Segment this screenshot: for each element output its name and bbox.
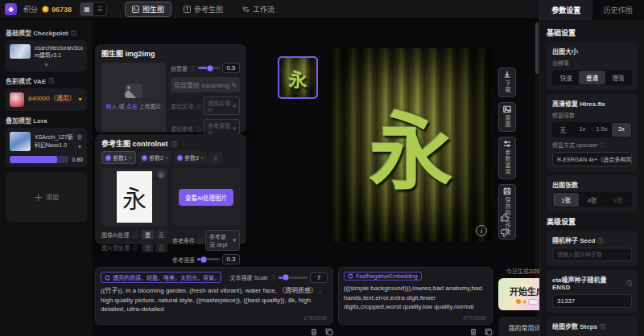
copy-icon[interactable] <box>325 328 333 336</box>
upscaler-select[interactable]: R-ESRGAN 4x+（适合多种风▾ <box>552 152 632 166</box>
basic-settings-header: 基础设置 <box>547 27 638 38</box>
chevron-down-icon[interactable]: ▼ <box>77 96 83 102</box>
upscaler-label: 修复方式 upscaler ⓘ <box>552 141 632 149</box>
creativity-slider[interactable] <box>198 67 220 69</box>
redraw-area-select[interactable]: 选择区域 In▾ <box>204 96 240 115</box>
resolution-normal[interactable]: 普通 <box>579 71 605 84</box>
original-image-button[interactable]: 原图 <box>498 102 516 132</box>
hires-fix-card: 高清修复 Hires.fix 修复倍数 无 1x 1.5x 2x 修复方式 up… <box>547 94 638 171</box>
chevron-down-icon[interactable]: ▼ <box>77 144 83 150</box>
image-info-icon[interactable]: i <box>476 225 487 236</box>
save-icon <box>503 187 511 195</box>
ensd-input[interactable] <box>552 294 632 308</box>
tab-label: 工作流 <box>253 4 275 14</box>
seed-input[interactable] <box>552 248 632 261</box>
lora-card[interactable]: XSArchi_127新科幻Neov1.0 🗑 ▼ 0.80 <box>6 128 87 167</box>
info-icon: ⓘ <box>71 29 76 37</box>
trash-icon[interactable]: 🗑 <box>76 133 83 141</box>
ref-condition-select[interactable]: 参考景深 dept▾ <box>205 230 240 251</box>
positive-prompt-tag[interactable]: 透亮的质感，轻盈，唯美，太阳光，背景，动作，最佳质量 <box>101 272 221 283</box>
batch-segmented: 1张 4张 9张 <box>552 192 632 207</box>
tab-workflow[interactable]: 工作流 <box>235 2 282 17</box>
upscale-multiplier-label: 修复倍数 <box>552 111 632 119</box>
info-icon: ⓘ <box>597 236 603 244</box>
check-dot-icon: ✓ <box>177 155 183 161</box>
coin-icon <box>516 299 521 304</box>
upload-click-link[interactable]: 点击 <box>126 104 137 109</box>
batch-count-card: 出图张数 1张 4张 9张 <box>547 175 638 212</box>
checkpoint-card[interactable]: xsarchitecturalv3com建筑v3.1 ▼ <box>6 40 87 72</box>
close-icon[interactable]: × <box>129 155 132 161</box>
creativity-value: 0.5 <box>222 63 240 73</box>
positive-prompt-box[interactable]: 透亮的质感，轻盈，唯美，太阳光，背景，动作，最佳质量 文本强度 Scale ⓘ … <box>95 267 333 325</box>
upscale-2x[interactable]: 2x <box>612 123 631 137</box>
info-icon: ⓘ <box>600 322 605 330</box>
ref-strength-slider[interactable] <box>197 258 220 260</box>
info-icon: ⓘ <box>626 279 632 287</box>
vae-card[interactable]: 840000（通用） ▼ <box>6 88 87 111</box>
controlnet-tab-1[interactable]: ✓ 参数1 × <box>101 151 136 164</box>
ai-process-no-button[interactable]: 否 <box>155 230 167 240</box>
redraw-ref-label: 重绘参考 <box>171 125 193 133</box>
download-button[interactable]: 下载 <box>498 68 516 97</box>
resolution-label: 分辨率 <box>552 59 632 67</box>
chevron-down-icon[interactable]: ▼ <box>10 62 83 68</box>
resolution-fast[interactable]: 快速 <box>553 71 579 84</box>
upscale-1x[interactable]: 1x <box>572 123 592 137</box>
close-icon[interactable]: × <box>165 155 168 161</box>
controlnet-tab-2[interactable]: ✓ 参数2 × <box>138 151 171 164</box>
controlnet-tab-3[interactable]: ✓ 参数3 × <box>174 151 207 164</box>
trash-icon[interactable] <box>469 328 477 336</box>
chevron-down-icon: ▾ <box>233 125 236 132</box>
upscale-1-5x[interactable]: 1.5x <box>592 123 612 137</box>
target-icon[interactable]: ◎ <box>157 170 165 178</box>
resolution-enhanced[interactable]: 增强 <box>605 71 631 84</box>
resolution-segmented: 快速 普通 增强 <box>552 70 632 85</box>
upscale-segmented: 无 1x 1.5x 2x <box>552 122 632 137</box>
info-icon: ⓘ <box>270 273 276 281</box>
list-view-icon[interactable]: ☰ <box>93 3 106 15</box>
tab-img2img[interactable]: 图生图 <box>125 2 171 17</box>
negative-prompt-tag[interactable]: FastNegativeEmbedding <box>344 272 422 281</box>
result-thumbnail-selected[interactable]: 永 <box>278 56 318 99</box>
output-size-card: 出图大小 分辨率 快速 普通 增强 <box>547 42 638 90</box>
workflow-icon <box>242 6 250 13</box>
batch-count-title: 出图张数 <box>552 180 632 189</box>
creativity-label: 创意度 <box>171 64 188 72</box>
image-upload-dropzone[interactable]: 拖入 或 点击 上传图片 <box>101 63 166 132</box>
lora-weight-slider[interactable] <box>10 156 68 163</box>
preprocess-no-button[interactable]: 否 <box>155 243 167 252</box>
upscale-none[interactable]: 无 <box>553 123 572 137</box>
positive-prompt-text[interactable]: ((竹子)), in a blooming garden, (fresh and… <box>101 286 328 317</box>
batch-1[interactable]: 1张 <box>553 193 579 207</box>
text-scale-label: 文本强度 Scale <box>230 273 268 281</box>
trash-icon[interactable] <box>310 328 318 336</box>
upload-drag-link[interactable]: 拖入 <box>106 104 118 109</box>
copy-icon[interactable] <box>485 328 493 336</box>
ai-process-yes-button[interactable]: 是 <box>142 230 154 240</box>
tab-history[interactable]: 历史作图 <box>592 0 644 20</box>
close-icon[interactable]: × <box>200 155 204 161</box>
inpainting-button[interactable]: 局部重绘 Inpainting ✎ <box>171 77 240 92</box>
tab-controlnet-gen[interactable]: 参考生图 <box>176 2 230 17</box>
thumbs-down-icon[interactable] <box>500 228 510 238</box>
batch-4[interactable]: 4张 <box>579 193 605 207</box>
grid-view-icon[interactable]: ▦ <box>80 3 93 15</box>
batch-9[interactable]: 9张 <box>605 193 631 207</box>
thumbs-up-icon[interactable] <box>500 212 510 222</box>
check-dot-icon: ✓ <box>142 155 147 161</box>
preprocess-yes-button[interactable]: 是 <box>142 243 154 252</box>
text-scale-slider[interactable] <box>279 277 308 279</box>
img2img-panel-title: 图生图 img2img <box>95 44 246 61</box>
add-controlnet-tab-button[interactable]: ＋ <box>209 151 222 164</box>
app-logo-icon[interactable]: ◈ <box>5 3 17 15</box>
reuse-params-button[interactable]: 参数重用 <box>498 137 516 179</box>
tab-parameter-settings[interactable]: 参数设置 <box>540 0 592 20</box>
generated-image[interactable]: 永 i <box>328 48 493 242</box>
negative-prompt-box[interactable]: FastNegativeEmbedding (((simple backgrou… <box>338 267 493 325</box>
add-model-button[interactable]: ＋ 添加 <box>6 172 87 222</box>
app-root: ◈ 积分 96738 ▦ ☰ 图生图 参考生图 工作流 基础模型 Checkpo… <box>0 0 644 336</box>
view-ai-image-button[interactable]: 查看AI处理图片 <box>179 189 233 206</box>
controlnet-reference-preview[interactable]: 永 ◎ <box>101 168 167 226</box>
negative-prompt-text[interactable]: (((simple background))),lowres,bad anato… <box>344 284 487 314</box>
